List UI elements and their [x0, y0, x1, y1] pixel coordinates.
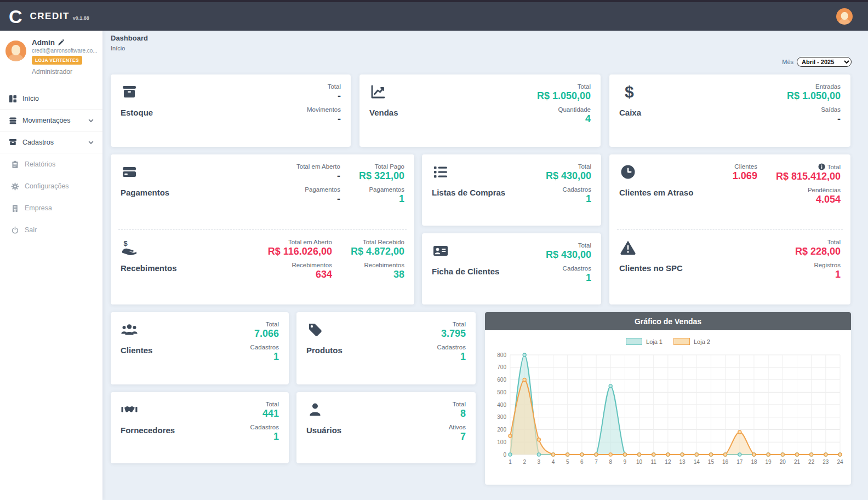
section-clientes-no-spc: Clientes no SPC TotalR$ 228,00 Registros…: [609, 230, 850, 305]
legend-item-loja-2[interactable]: Loja 2: [673, 338, 710, 345]
gear-icon: [11, 182, 19, 191]
svg-text:5: 5: [566, 459, 569, 465]
svg-text:23: 23: [823, 459, 829, 465]
svg-text:400: 400: [497, 402, 506, 408]
box-icon: [121, 83, 138, 101]
chart-title: Gráfico de Vendas: [485, 312, 851, 330]
sidebar-item-configuracoes[interactable]: Configurações: [0, 175, 102, 197]
card-estoque: Estoque Total- Movimentos-: [111, 74, 351, 147]
svg-text:1: 1: [509, 459, 512, 465]
chart-legend: Loja 1Loja 2: [485, 338, 851, 345]
card-vendas: Vendas TotalR$ 1.050,00 Quantidade4: [359, 74, 601, 147]
legend-swatch: [673, 338, 690, 345]
card-usuarios: Usuários Total8 Ativos7: [296, 392, 476, 463]
svg-text:700: 700: [497, 364, 506, 370]
svg-text:24: 24: [837, 459, 843, 465]
month-select[interactable]: Abril - 2025: [797, 57, 852, 67]
card-ficha-de-clientes: Ficha de Clientes TotalR$ 430,00 Cadastr…: [422, 233, 601, 304]
card-listas-de-compras: Listas de Compras TotalR$ 430,00 Cadastr…: [422, 154, 601, 226]
archive-icon: [9, 138, 17, 146]
month-filter: Mês Abril - 2025: [782, 57, 852, 67]
chevron-down-icon: [87, 117, 95, 124]
card-title: Vendas: [369, 108, 398, 117]
sidebar-item-sair[interactable]: Sair: [0, 219, 102, 241]
svg-text:3: 3: [538, 459, 541, 465]
svg-text:12: 12: [665, 459, 671, 465]
app-version: v0.1.88: [73, 15, 89, 21]
svg-text:$: $: [124, 239, 128, 248]
sidebar-item-inicio[interactable]: Início: [0, 88, 102, 110]
id-card-icon: [432, 242, 449, 260]
svg-text:8: 8: [609, 459, 612, 465]
sidebar-user-block: Admin credit@anronsoftware.co... LOJA VE…: [0, 31, 102, 88]
section-recebimentos: $ Recebimentos Total em AbertoR$ 116.026…: [111, 230, 414, 305]
svg-text:13: 13: [679, 459, 686, 465]
svg-text:500: 500: [497, 389, 506, 395]
user-icon: [306, 401, 324, 418]
svg-text:20: 20: [780, 459, 786, 465]
svg-text:11: 11: [651, 459, 657, 465]
sales-chart: 0100200300400500600700800123456789101112…: [490, 346, 846, 476]
svg-text:800: 800: [497, 352, 506, 358]
user-name: Admin: [32, 38, 97, 47]
edit-profile-icon[interactable]: [58, 39, 64, 46]
stat-total: TotalR$ 1.050,00: [537, 83, 591, 102]
sidebar-item-cadastros[interactable]: Cadastros: [0, 131, 102, 153]
svg-text:7: 7: [595, 459, 598, 465]
card-grafico-de-vendas: Gráfico de Vendas Loja 1Loja 2 010020030…: [485, 312, 851, 485]
svg-text:300: 300: [497, 414, 506, 420]
svg-text:2: 2: [523, 459, 526, 465]
stat-total: Total-: [328, 83, 341, 102]
svg-text:19: 19: [766, 459, 772, 465]
card-caixa: $ Caixa EntradasR$ 1.050,00 Saídas-: [609, 74, 850, 147]
warning-icon: [619, 239, 637, 256]
card-title: Estoque: [121, 108, 153, 117]
stat-entradas: EntradasR$ 1.050,00: [787, 83, 841, 102]
chart-line-icon: [369, 83, 387, 101]
sidebar-item-movimentacoes[interactable]: Movimentações: [0, 110, 102, 131]
svg-text:200: 200: [497, 427, 506, 433]
dollar-icon: $: [619, 83, 637, 101]
clock-icon: [619, 163, 637, 181]
sidebar: Admin credit@anronsoftware.co... LOJA VE…: [0, 31, 102, 500]
avatar: [5, 41, 26, 61]
stat-movimentos: Movimentos-: [307, 106, 341, 125]
page-title: Dashboard: [111, 34, 148, 42]
sidebar-item-relatorios[interactable]: Relatórios: [0, 153, 102, 175]
power-icon: [11, 226, 19, 234]
building-icon: [11, 204, 19, 212]
card-fornecedores: Fornecedores Total441 Cadastros1: [111, 392, 289, 463]
store-badge: LOJA VERTENTES: [32, 56, 82, 65]
card-clientes: Clientes Total7.066 Cadastros1: [111, 312, 289, 384]
svg-text:6: 6: [580, 459, 584, 465]
handshake-icon: [121, 401, 138, 418]
stat-saidas: Saídas-: [821, 106, 841, 125]
user-avatar-button[interactable]: [836, 8, 853, 25]
svg-text:15: 15: [708, 459, 715, 465]
app-title: CREDIT: [30, 11, 70, 22]
svg-text:600: 600: [497, 377, 506, 383]
card-clientes-atraso-spc: Clientes em Atraso Clientes1.069 TotalR$…: [609, 154, 850, 304]
dashboard-icon: [9, 95, 17, 103]
users-icon: [121, 321, 138, 338]
stat-quantidade: Quantidade4: [558, 106, 591, 125]
card-title: Caixa: [619, 108, 641, 117]
sidebar-item-empresa[interactable]: Empresa: [0, 197, 102, 219]
app-logo: C: [9, 7, 22, 26]
legend-swatch: [626, 338, 642, 345]
info-icon: [818, 163, 825, 170]
svg-text:0: 0: [503, 452, 506, 458]
svg-text:17: 17: [736, 459, 743, 465]
section-clientes-em-atraso: Clientes em Atraso Clientes1.069 TotalR$…: [609, 154, 850, 229]
user-email: credit@anronsoftware.co...: [32, 48, 97, 54]
card-pagamentos-recebimentos: Pagamentos Total em Aberto- Pagamentos- …: [111, 154, 414, 304]
svg-text:18: 18: [751, 459, 757, 465]
list-icon: [432, 163, 449, 181]
svg-text:4: 4: [552, 459, 555, 465]
svg-text:10: 10: [636, 459, 643, 465]
database-icon: [9, 117, 17, 125]
legend-item-loja-1[interactable]: Loja 1: [626, 338, 663, 345]
svg-text:22: 22: [808, 459, 815, 465]
user-role: Administrador: [32, 68, 97, 76]
clipboard-icon: [11, 160, 19, 169]
